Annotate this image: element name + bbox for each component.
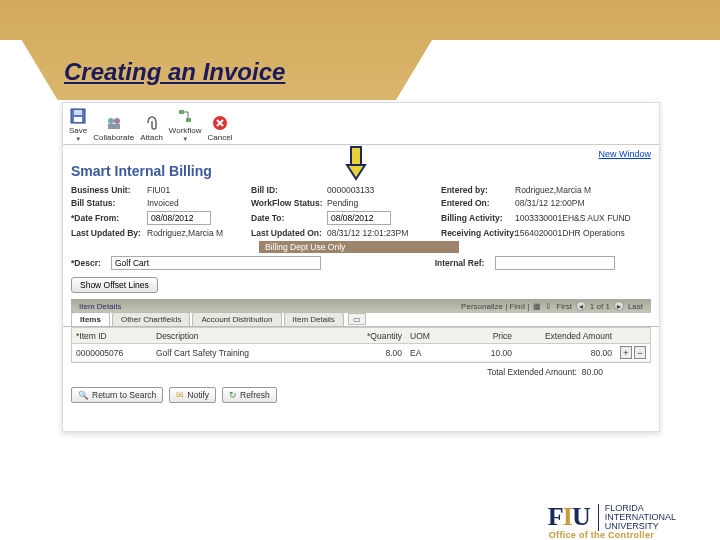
item-details-title: Item Details	[79, 302, 121, 311]
last-updated-on-value: 08/31/12 12:01:23PM	[327, 228, 408, 238]
attach-button[interactable]: Attach	[140, 114, 163, 142]
business-unit-label: Business Unit:	[71, 185, 147, 195]
bill-status-value: Invoiced	[147, 198, 179, 208]
svg-point-4	[114, 118, 120, 124]
date-to-label: Date To:	[251, 213, 327, 223]
workflow-icon	[176, 107, 194, 125]
entered-on-value: 08/31/12 12:00PM	[515, 198, 584, 208]
entered-on-label: Entered On:	[441, 198, 515, 208]
entered-by-value: Rodriguez,Marcia M	[515, 185, 591, 195]
show-offset-button[interactable]: Show Offset Lines	[71, 277, 158, 293]
svg-point-3	[108, 118, 114, 124]
cell-item-id: 0000005076	[72, 348, 152, 358]
svg-rect-2	[74, 110, 82, 115]
new-window-link[interactable]: New Window	[598, 149, 651, 159]
save-icon	[69, 107, 87, 125]
tab-account-distribution[interactable]: Account Distribution	[192, 312, 281, 326]
date-to-input[interactable]	[327, 211, 391, 225]
tab-items[interactable]: Items	[71, 312, 110, 326]
office-label: Office of the Controller	[549, 530, 654, 540]
notify-icon: ✉	[176, 390, 184, 400]
refresh-icon: ↻	[229, 390, 237, 400]
date-from-label: *Date From:	[71, 213, 147, 223]
pager-count: 1 of 1	[590, 302, 610, 311]
search-icon: 🔍	[78, 390, 89, 400]
last-updated-by-value: Rodriguez,Marcia M	[147, 228, 223, 238]
receiving-activity-value: 1564020001DHR Operations	[515, 228, 625, 238]
chevron-down-icon: ▼	[182, 136, 188, 142]
fiu-logo: FIU FLORIDAINTERNATIONALUNIVERSITY	[548, 502, 676, 532]
grid-toolbar: Item Details Personalize | Find | ▦ ⇩ Fi…	[71, 299, 651, 313]
chevron-down-icon: ▼	[75, 136, 81, 142]
toolbar: Save▼ Collaborate Attach Workflow▼ Cance…	[63, 103, 659, 145]
prev-icon[interactable]: ◄	[576, 301, 586, 311]
workflow-button[interactable]: Workflow▼	[169, 107, 202, 142]
col-extended: Extended Amount	[516, 331, 616, 341]
svg-rect-1	[74, 117, 82, 122]
internal-ref-label: Internal Ref:	[435, 258, 495, 268]
next-icon[interactable]: ►	[614, 301, 624, 311]
svg-rect-7	[186, 118, 191, 122]
cancel-icon	[211, 114, 229, 132]
descr-input[interactable]	[111, 256, 321, 270]
billing-dept-bar: Billing Dept Use Only	[259, 241, 459, 253]
first-link[interactable]: First	[556, 302, 572, 311]
total-value: 80.00	[582, 367, 603, 377]
col-quantity: *Quantity	[346, 331, 406, 341]
svg-rect-9	[351, 147, 361, 165]
last-link[interactable]: Last	[628, 302, 643, 311]
total-label: Total Extended Amount:	[487, 367, 577, 377]
callout-arrow-icon	[344, 145, 368, 185]
last-updated-by-label: Last Updated By:	[71, 228, 147, 238]
download-icon[interactable]: ⇩	[545, 302, 552, 311]
svg-rect-6	[179, 110, 184, 114]
col-item-id: *Item ID	[72, 331, 152, 341]
save-button[interactable]: Save▼	[69, 107, 87, 142]
svg-rect-5	[108, 124, 120, 129]
billing-activity-value: 1003330001EH&S AUX FUND	[515, 213, 631, 223]
business-unit-value: FIU01	[147, 185, 170, 195]
delete-row-button[interactable]: −	[634, 346, 646, 359]
workflow-status-value: Pending	[327, 198, 358, 208]
bill-id-value: 0000003133	[327, 185, 374, 195]
refresh-button[interactable]: ↻Refresh	[222, 387, 277, 403]
internal-ref-input[interactable]	[495, 256, 615, 270]
col-description: Description	[152, 331, 346, 341]
workflow-status-label: WorkFlow Status:	[251, 198, 327, 208]
tab-item-details[interactable]: Item Details	[284, 312, 344, 326]
slide-title: Creating an Invoice	[64, 58, 285, 86]
cancel-button[interactable]: Cancel	[208, 114, 233, 142]
return-to-search-button[interactable]: 🔍Return to Search	[71, 387, 163, 403]
cell-price: 10.00	[446, 348, 516, 358]
entered-by-label: Entered by:	[441, 185, 515, 195]
collaborate-button[interactable]: Collaborate	[93, 114, 134, 142]
expand-all-icon[interactable]: ▭	[348, 313, 366, 325]
bill-status-label: Bill Status:	[71, 198, 147, 208]
receiving-activity-label: Receiving Activity:	[441, 228, 515, 238]
col-uom: UOM	[406, 331, 446, 341]
bill-id-label: Bill ID:	[251, 185, 327, 195]
cell-extended: 80.00	[516, 348, 616, 358]
collaborate-icon	[105, 114, 123, 132]
tab-other-chartfields[interactable]: Other Chartfields	[112, 312, 190, 326]
personalize-link[interactable]: Personalize | Find |	[461, 302, 529, 311]
paperclip-icon	[143, 114, 161, 132]
view-all-icon[interactable]: ▦	[533, 302, 541, 311]
cell-quantity: 8.00	[346, 348, 406, 358]
col-price: Price	[446, 331, 516, 341]
date-from-input[interactable]	[147, 211, 211, 225]
table-row: 0000005076 Golf Cart Safety Training 8.0…	[72, 344, 650, 362]
cell-description: Golf Cart Safety Training	[152, 348, 346, 358]
descr-label: *Descr:	[71, 258, 111, 268]
billing-activity-label: Billing Activity:	[441, 213, 515, 223]
items-grid: *Item ID Description *Quantity UOM Price…	[71, 327, 651, 363]
cell-uom: EA	[406, 348, 446, 358]
notify-button[interactable]: ✉Notify	[169, 387, 216, 403]
add-row-button[interactable]: +	[620, 346, 632, 359]
last-updated-on-label: Last Updated On:	[251, 228, 327, 238]
